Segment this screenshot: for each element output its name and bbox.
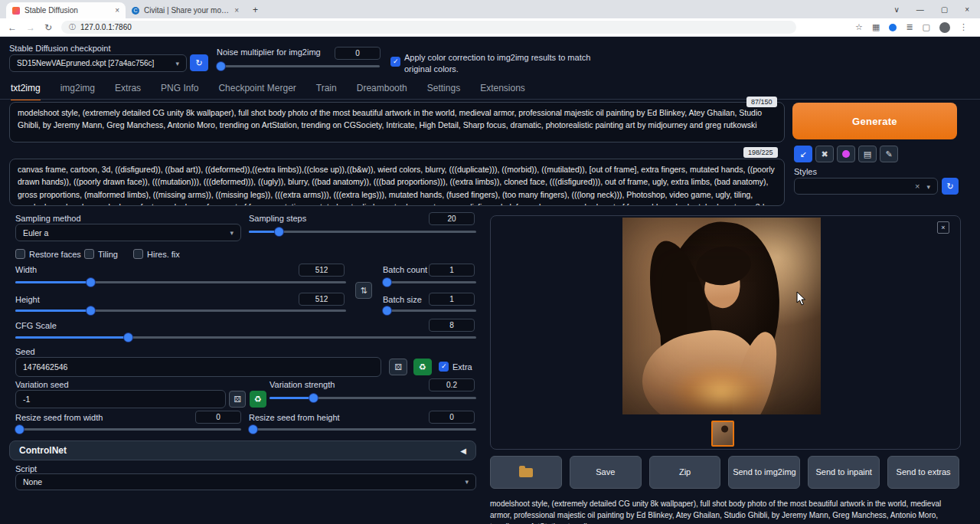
generate-button[interactable]: Generate	[792, 103, 957, 139]
color-correction-checkbox[interactable]	[390, 57, 400, 67]
swap-dimensions-button[interactable]: ⇅	[355, 282, 372, 299]
bookmark-star-icon[interactable]: ☆	[855, 22, 863, 32]
checkpoint-dropdown[interactable]: SD15NewVAEpruned.ckpt [27a4ac756c] ▾	[9, 54, 187, 72]
clear-prompt-button[interactable]: ✖	[815, 146, 834, 162]
slider-fill	[15, 281, 90, 283]
slider-knob[interactable]	[87, 306, 95, 315]
site-info-icon[interactable]: ⓘ	[69, 22, 76, 32]
slider-knob[interactable]	[124, 333, 132, 342]
browser-tab-stable-diffusion[interactable]: Stable Diffusion ×	[6, 2, 126, 18]
random-seed-button[interactable]: ⚄	[389, 359, 407, 375]
width-value[interactable]: 512	[299, 264, 345, 277]
variation-strength-slider[interactable]	[270, 393, 476, 402]
tab-settings[interactable]: Settings	[427, 83, 460, 100]
back-icon[interactable]: ←	[8, 22, 17, 33]
seed-input[interactable]: 1476462546	[15, 357, 381, 377]
extension-icon[interactable]	[889, 24, 897, 31]
negative-prompt-textarea[interactable]: canvas frame, cartoon, 3d, ((disfigured)…	[9, 159, 785, 206]
save-style-button[interactable]: ✎	[880, 146, 898, 162]
resize-seed-width-label: Resize seed from width	[15, 413, 103, 422]
browser-tab-civitai[interactable]: C Civitai | Share your models ×	[126, 2, 245, 18]
prompt-textarea[interactable]: modelshoot style, (extremely detailed CG…	[9, 102, 785, 142]
minimize-icon[interactable]: —	[916, 5, 924, 14]
slider-knob[interactable]	[275, 228, 283, 236]
slider-knob[interactable]	[217, 62, 225, 70]
send-to-inpaint-button[interactable]: Send to inpaint	[808, 456, 880, 489]
hires-fix-checkbox[interactable]	[133, 249, 143, 259]
sampling-steps-slider[interactable]	[249, 227, 476, 236]
generated-image[interactable]	[622, 218, 821, 414]
tiling-checkbox[interactable]	[84, 249, 94, 259]
slider-knob[interactable]	[383, 306, 391, 315]
sampling-steps-value[interactable]: 20	[429, 212, 475, 225]
apps-grid-icon[interactable]: ▦	[872, 22, 880, 32]
styles-dropdown[interactable]: × ▾	[794, 178, 938, 195]
variation-reuse-seed-button[interactable]: ♻	[250, 391, 266, 408]
tab-train[interactable]: Train	[316, 83, 337, 100]
zip-button[interactable]: Zip	[649, 456, 721, 489]
open-folder-button[interactable]	[490, 456, 562, 489]
tab-extensions[interactable]: Extensions	[480, 83, 525, 100]
tab-txt2img[interactable]: txt2img	[11, 83, 41, 100]
refresh-icon: ↻	[195, 58, 202, 68]
script-dropdown[interactable]: None ▾	[15, 473, 476, 490]
tab-checkpoint-merger[interactable]: Checkpoint Merger	[218, 83, 296, 100]
variation-seed-input[interactable]: -1	[15, 390, 226, 408]
sidebar-icon[interactable]: ▢	[923, 22, 930, 32]
reading-list-icon[interactable]: ≣	[906, 22, 913, 32]
checkpoint-refresh-button[interactable]: ↻	[190, 54, 208, 71]
batch-count-value[interactable]: 1	[429, 264, 475, 277]
noise-multiplier-value[interactable]: 0	[335, 47, 381, 60]
batch-count-slider[interactable]	[383, 277, 476, 287]
maximize-icon[interactable]: ▢	[941, 5, 948, 14]
cfg-scale-value[interactable]: 8	[429, 319, 475, 332]
close-preview-button[interactable]: ×	[937, 221, 949, 234]
slider-knob[interactable]	[249, 425, 257, 434]
slider-knob[interactable]	[309, 394, 318, 402]
tab-extras[interactable]: Extras	[115, 83, 141, 100]
tab-close-icon[interactable]: ×	[115, 6, 119, 15]
extra-networks-button[interactable]	[837, 146, 855, 162]
reload-icon[interactable]: ↻	[44, 22, 52, 33]
batch-size-value[interactable]: 1	[429, 293, 475, 306]
extra-seed-checkbox[interactable]	[439, 362, 449, 372]
resize-seed-height-value[interactable]: 0	[429, 411, 475, 424]
restore-faces-checkbox[interactable]	[15, 249, 25, 259]
resize-seed-height-slider[interactable]	[249, 424, 476, 434]
height-slider[interactable]	[15, 306, 346, 315]
tab-img2img[interactable]: img2img	[60, 83, 95, 100]
styles-clear-icon[interactable]: ×	[915, 182, 920, 191]
gallery-thumbnail[interactable]	[711, 421, 734, 447]
apply-style-button[interactable]: ▤	[858, 146, 877, 162]
resize-seed-width-slider[interactable]	[15, 424, 241, 434]
save-button[interactable]: Save	[570, 456, 642, 489]
variation-strength-value[interactable]: 0.2	[429, 378, 475, 391]
window-close-icon[interactable]: ×	[965, 5, 969, 14]
styles-refresh-button[interactable]: ↻	[942, 178, 959, 195]
sampling-method-dropdown[interactable]: Euler a ▾	[15, 224, 241, 241]
variation-random-seed-button[interactable]: ⚄	[229, 391, 246, 408]
tab-dreambooth[interactable]: Dreambooth	[357, 83, 407, 100]
slider-knob[interactable]	[15, 425, 24, 434]
reuse-seed-button[interactable]: ♻	[413, 359, 432, 375]
height-value[interactable]: 512	[299, 293, 345, 306]
resize-seed-width-value[interactable]: 0	[195, 411, 241, 424]
url-input[interactable]: ⓘ 127.0.0.1:7860	[61, 21, 796, 34]
profile-avatar[interactable]	[939, 22, 950, 33]
send-to-img2img-button[interactable]: Send to img2img	[728, 456, 800, 489]
new-tab-button[interactable]: +	[253, 5, 258, 15]
slider-knob[interactable]	[383, 278, 391, 287]
tab-close-icon[interactable]: ×	[234, 6, 239, 15]
width-slider[interactable]	[15, 277, 346, 287]
extra-networks-icon	[842, 150, 850, 158]
batch-size-slider[interactable]	[383, 306, 476, 315]
noise-multiplier-slider[interactable]	[217, 61, 380, 70]
chevron-down-icon[interactable]: ∨	[893, 5, 899, 14]
menu-kebab-icon[interactable]: ⋮	[959, 22, 968, 32]
cfg-scale-slider[interactable]	[15, 332, 476, 342]
send-to-extras-button[interactable]: Send to extras	[887, 456, 959, 489]
controlnet-accordion[interactable]: ControlNet ◀	[9, 440, 476, 460]
tab-png-info[interactable]: PNG Info	[161, 83, 198, 100]
slider-knob[interactable]	[87, 278, 95, 287]
paste-generation-params-button[interactable]: ↙	[794, 146, 812, 162]
